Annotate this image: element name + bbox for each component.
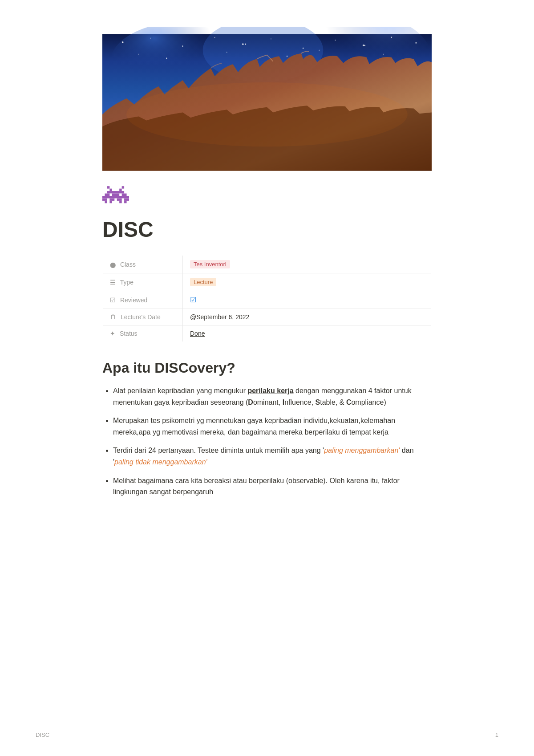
bullet-text-3d: paling tidak menggambarkan'	[114, 458, 207, 466]
svg-rect-27	[105, 194, 126, 196]
pixel-character	[102, 183, 131, 211]
svg-point-10	[303, 48, 304, 49]
section-heading: Apa itu DISCovery?	[102, 360, 432, 376]
content-list: Alat penilaian kepribadian yang mengukur…	[102, 385, 432, 498]
svg-point-12	[363, 45, 364, 46]
svg-point-15	[138, 54, 139, 55]
svg-rect-38	[119, 194, 121, 196]
svg-point-19	[319, 50, 320, 51]
svg-point-21	[126, 82, 408, 146]
property-row-reviewed[interactable]: ☑ Reviewed ☑	[103, 291, 432, 309]
date-value: @September 6, 2022	[190, 313, 249, 321]
footer-title: DISC	[36, 732, 49, 738]
property-row-class[interactable]: ⬤ Class Tes Inventori	[103, 256, 432, 273]
bullet-text-4: Melihat bagaimana cara kita bereaksi ata…	[113, 477, 400, 496]
property-value-type[interactable]: Lecture	[183, 273, 432, 291]
page-title: DISC	[102, 217, 432, 242]
bullet-text-1a: Alat penilaian kepribadian yang mengukur	[113, 387, 247, 394]
list-item: Alat penilaian kepribadian yang mengukur…	[113, 385, 432, 408]
bullet-text-3a: Terdiri dari 24 pertanyaan. Testee dimin…	[113, 447, 324, 454]
svg-point-17	[227, 52, 227, 53]
checkbox-icon: ☑	[110, 297, 116, 304]
svg-rect-26	[107, 191, 124, 193]
bullet-text-1b: perilaku kerja	[247, 387, 293, 394]
type-tag[interactable]: Lecture	[190, 278, 216, 286]
svg-point-16	[166, 57, 167, 59]
property-row-status[interactable]: ✦ Status Done	[103, 325, 432, 342]
svg-point-9	[271, 39, 271, 40]
list-item: Melihat bagaimana cara kita bereaksi ata…	[113, 475, 432, 498]
svg-point-7	[214, 37, 215, 38]
calendar-icon: 🗒	[110, 313, 116, 321]
property-row-date[interactable]: 🗒 Lecture's Date @September 6, 2022	[103, 309, 432, 325]
svg-point-5	[150, 38, 151, 39]
circle-icon: ⬤	[110, 262, 116, 268]
svg-rect-22	[107, 186, 109, 188]
list-item: Merupakan tes psikometri yg mennetukan g…	[113, 415, 432, 438]
svg-rect-34	[109, 201, 112, 203]
bullet-text-3b: paling menggambarkan'	[324, 447, 400, 454]
svg-rect-29	[102, 198, 107, 200]
svg-rect-35	[119, 201, 121, 203]
bullet-text-1k: ompliance)	[351, 398, 386, 406]
properties-table: ⬤ Class Tes Inventori ☰ Type Lecture	[102, 255, 432, 342]
svg-rect-30	[109, 198, 114, 200]
sparkle-icon: ✦	[110, 330, 115, 337]
svg-rect-33	[105, 201, 107, 203]
property-label-status: ✦ Status	[103, 325, 183, 342]
svg-point-11	[335, 40, 336, 41]
svg-rect-28	[102, 196, 129, 198]
hero-image-container	[102, 27, 432, 178]
svg-rect-25	[119, 189, 121, 191]
svg-point-18	[287, 56, 288, 57]
status-value: Done	[190, 330, 205, 337]
svg-point-20	[383, 54, 384, 55]
property-label-reviewed: ☑ Reviewed	[103, 291, 183, 309]
svg-point-13	[391, 37, 392, 38]
svg-rect-32	[124, 198, 129, 200]
property-value-status[interactable]: Done	[183, 325, 432, 342]
property-label-type: ☰ Type	[103, 273, 183, 291]
page-footer: DISC 1	[0, 732, 534, 738]
svg-rect-31	[117, 198, 122, 200]
bullet-text-2: Merupakan tes psikometri yg mennetukan g…	[113, 417, 395, 436]
page-container: DISC ⬤ Class Tes Inventori ☰ Type	[67, 0, 467, 542]
checkmark-value: ☑	[190, 296, 196, 304]
class-tag[interactable]: Tes Inventori	[190, 260, 230, 268]
footer-page-number: 1	[495, 732, 498, 738]
svg-rect-24	[109, 189, 112, 191]
bullet-text-1g: nfluence,	[284, 398, 315, 406]
property-value-date[interactable]: @September 6, 2022	[183, 309, 432, 325]
property-label-class: ⬤ Class	[103, 256, 183, 273]
property-row-type[interactable]: ☰ Type Lecture	[103, 273, 432, 291]
bullet-text-1j: C	[346, 398, 352, 406]
bullet-text-1e: ominant,	[253, 398, 283, 406]
svg-point-8	[242, 43, 244, 45]
bullet-text-1i: table, &	[320, 398, 346, 406]
property-label-date: 🗒 Lecture's Date	[103, 309, 183, 325]
property-value-class[interactable]: Tes Inventori	[183, 256, 432, 273]
svg-rect-23	[122, 186, 124, 188]
property-value-reviewed[interactable]: ☑	[183, 291, 432, 309]
svg-rect-36	[124, 201, 126, 203]
list-item: Terdiri dari 24 pertanyaan. Testee dimin…	[113, 445, 432, 467]
bullet-text-1d: D	[248, 398, 253, 406]
list-icon: ☰	[110, 279, 116, 286]
svg-rect-37	[109, 194, 112, 196]
hero-image	[102, 27, 432, 178]
bullet-text-1h: S	[316, 398, 320, 406]
svg-point-6	[182, 45, 183, 47]
